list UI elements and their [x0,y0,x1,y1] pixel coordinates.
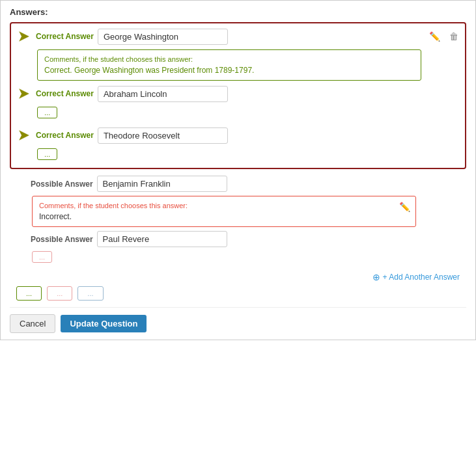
answers-section-label: Answers: [10,7,466,17]
answer-input-3[interactable] [98,127,228,144]
answer-row-2: Correct Answer [15,85,461,103]
add-answer-button[interactable]: ⊕ + Add Another Answer [372,272,460,282]
svg-marker-2 [20,131,29,141]
comment-label-1: Comments, if the student chooses this an… [44,55,414,63]
answer-input-2[interactable] [98,86,228,102]
delete-button-1[interactable]: 🗑 [447,30,461,43]
correct-arrow-icon-2 [15,85,33,103]
answer-block-2: Correct Answer ... [15,85,461,122]
bottom-icon-row: ... ... ... [10,286,466,301]
comment-text-1: Correct. George Washington was President… [44,66,414,75]
mini-btn-green[interactable]: ... [16,286,42,301]
correct-arrow-icon-3 [15,126,33,144]
answer-row-5: Possible Answer [10,231,466,247]
edit-button-1[interactable]: ✏️ [427,30,443,43]
correct-arrow-icon-1 [15,27,33,46]
answer-label-4: Possible Answer [31,180,93,189]
svg-marker-0 [20,32,29,42]
answer-label-2: Correct Answer [36,89,94,98]
answer-block-5: Possible Answer ... [10,231,466,267]
answer-input-5[interactable] [97,231,227,247]
page-container: Answers: Correct Answer ✏️ 🗑 Comments, i… [0,0,476,340]
answer-row-4: Possible Answer [10,176,466,192]
comment-box-4: Comments, if the student chooses this an… [32,196,416,227]
mini-btn-blue[interactable]: ... [77,286,103,301]
add-comment-btn-2[interactable]: ... [37,107,57,118]
add-comment-btn-5[interactable]: ... [32,251,52,263]
answer-label-3: Correct Answer [36,131,94,140]
answer-row-1: Correct Answer ✏️ 🗑 [15,27,461,46]
add-answer-label: + Add Another Answer [383,273,460,282]
add-comment-btn-3[interactable]: ... [37,148,57,160]
answer-input-4[interactable] [97,176,227,192]
footer-buttons: Cancel Update Question [10,307,466,333]
comment-box-1: Comments, if the student chooses this an… [37,49,421,81]
update-button[interactable]: Update Question [61,315,147,332]
mini-btn-pink[interactable]: ... [47,286,72,301]
answer-input-1[interactable] [98,29,228,45]
answer-label-5: Possible Answer [31,235,93,244]
answer-block-4: Possible Answer Comments, if the student… [10,176,466,227]
comment-text-4: Incorrect. [39,212,409,221]
cancel-button[interactable]: Cancel [10,314,55,333]
answer-row-3: Correct Answer [15,126,461,144]
comment-label-4: Comments, if the student chooses this an… [39,202,409,209]
svg-marker-1 [20,89,29,99]
correct-answers-group: Correct Answer ✏️ 🗑 Comments, if the stu… [10,22,466,169]
answer-actions-1: ✏️ 🗑 [427,30,461,43]
answer-block-3: Correct Answer ... [15,126,461,164]
add-answer-icon: ⊕ [372,272,380,282]
answer-block-1: Correct Answer ✏️ 🗑 Comments, if the stu… [15,27,461,81]
edit-comment-icon-4[interactable]: ✏️ [399,202,410,212]
add-answer-row: ⊕ + Add Another Answer [10,272,466,282]
answer-label-1: Correct Answer [36,32,94,41]
